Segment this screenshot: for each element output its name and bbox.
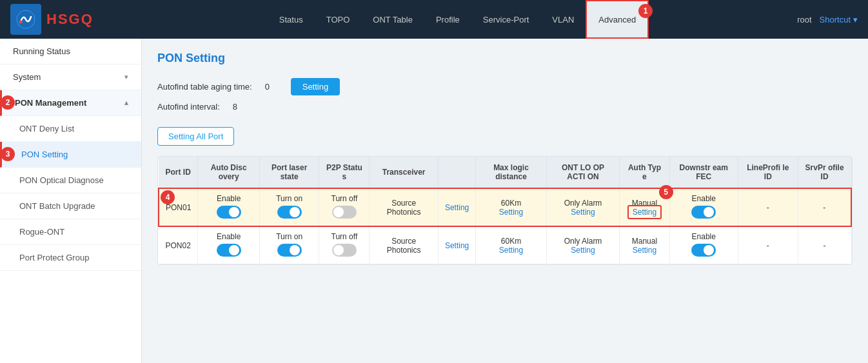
annotation-4: 4 bbox=[161, 190, 175, 204]
cell-downstream: Enable bbox=[669, 188, 738, 226]
logo-text: HSGQ bbox=[46, 11, 94, 28]
table-row: 4 PON01 Enable Turn on Turn off Source P… bbox=[159, 188, 851, 226]
cell-auth-type: Manual Setting bbox=[620, 226, 669, 264]
cell-loop-action: Only Alarm Setting bbox=[546, 226, 620, 264]
col-port-id: Port ID bbox=[159, 157, 198, 188]
cell-line-profile: - bbox=[738, 226, 798, 264]
max-logic-setting-link[interactable]: Setting bbox=[499, 246, 523, 255]
nav-vlan[interactable]: VLAN bbox=[540, 0, 586, 39]
autofind-aging-value: 0 bbox=[265, 82, 278, 92]
annotation-5: 5 bbox=[659, 185, 673, 199]
autofind-interval-label: Autofind interval: bbox=[157, 102, 220, 112]
auto-disc-toggle[interactable] bbox=[217, 244, 241, 257]
sidebar-item-ont-batch-upgrade[interactable]: ONT Batch Upgrade bbox=[0, 193, 141, 219]
downstream-toggle[interactable] bbox=[691, 244, 716, 257]
table-row: PON02 Enable Turn on Turn off Source Pho… bbox=[159, 226, 851, 264]
setting-button[interactable]: Setting bbox=[291, 78, 340, 95]
page-title: PON Setting bbox=[157, 52, 853, 65]
cell-transceiver: Source Photonics bbox=[370, 188, 438, 226]
nav-links: Status TOPO ONT Table Profile Service-Po… bbox=[119, 0, 797, 39]
annotation-3: 3 bbox=[1, 147, 15, 161]
sidebar-item-rogue-ont[interactable]: Rogue-ONT bbox=[0, 219, 141, 245]
cell-auto-disc: Enable bbox=[198, 188, 260, 226]
header: HSGQ Status TOPO ONT Table Profile Servi… bbox=[0, 0, 868, 39]
nav-topo[interactable]: TOPO bbox=[315, 0, 362, 39]
main-content: PON Setting Autofind table aging time: 0… bbox=[142, 39, 868, 363]
cell-line-profile: - bbox=[738, 188, 798, 226]
cell-loop-action: Only Alarm Setting bbox=[546, 188, 620, 226]
chevron-icon: ▾ bbox=[124, 73, 128, 81]
nav-ont-table[interactable]: ONT Table bbox=[361, 0, 424, 39]
logo-area: HSGQ bbox=[10, 4, 94, 35]
sidebar-item-system[interactable]: System ▾ bbox=[0, 64, 141, 90]
annotation-1: 1 bbox=[638, 4, 653, 18]
table-header-row: Port ID Auto Disc overy Port laser state… bbox=[159, 157, 851, 188]
auto-disc-toggle[interactable] bbox=[217, 206, 241, 219]
nav-service-port[interactable]: Service-Port bbox=[471, 0, 541, 39]
autofind-interval-value: 8 bbox=[233, 102, 246, 112]
shortcut-link[interactable]: Shortcut ▾ bbox=[820, 15, 858, 25]
cell-p2p: Turn off bbox=[319, 226, 370, 264]
nav-status[interactable]: Status bbox=[268, 0, 315, 39]
cell-p2p: Turn off bbox=[319, 188, 370, 226]
col-max-logic: Max logic distance bbox=[476, 157, 546, 188]
col-auto-disc: Auto Disc overy bbox=[198, 157, 260, 188]
cell-transceiver: Source Photonics bbox=[370, 226, 438, 264]
header-right: root Shortcut ▾ bbox=[797, 15, 858, 25]
cell-srv-profile: - bbox=[798, 188, 851, 226]
col-srv-profile: SrvPr ofile ID bbox=[798, 157, 851, 188]
annotation-2: 2 bbox=[1, 95, 15, 110]
sidebar-item-pon-optical-diagnose[interactable]: PON Optical Diagnose bbox=[0, 168, 141, 193]
nav-advanced[interactable]: Advanced bbox=[586, 0, 649, 39]
loop-setting-link[interactable]: Setting bbox=[571, 208, 595, 217]
logo-icon bbox=[10, 4, 41, 35]
chevron-icon: ▴ bbox=[124, 99, 128, 107]
col-transceiver-action bbox=[438, 157, 475, 188]
cell-auth-type: Manual Setting 5 bbox=[620, 188, 669, 226]
autofind-aging-row: Autofind table aging time: 0 Setting bbox=[157, 78, 853, 95]
cell-port-id: PON02 bbox=[159, 226, 198, 264]
p2p-toggle[interactable] bbox=[332, 244, 357, 257]
col-p2p: P2P Statu s bbox=[319, 157, 370, 188]
downstream-toggle[interactable] bbox=[691, 206, 716, 219]
col-line-profile: LineProfi le ID bbox=[738, 157, 798, 188]
nav-profile[interactable]: Profile bbox=[424, 0, 471, 39]
cell-port-laser: Turn on bbox=[259, 188, 319, 226]
sidebar-item-port-protect-group[interactable]: Port Protect Group bbox=[0, 245, 141, 271]
header-user: root bbox=[797, 15, 811, 25]
sidebar-item-pon-setting[interactable]: PON Setting 3 bbox=[0, 142, 141, 168]
chevron-down-icon: ▾ bbox=[853, 15, 858, 25]
cell-srv-profile: - bbox=[798, 226, 851, 264]
sidebar-item-pon-management[interactable]: PON Management ▴ 2 bbox=[0, 90, 141, 116]
port-laser-toggle[interactable] bbox=[277, 244, 302, 257]
sidebar-item-ont-deny-list[interactable]: ONT Deny List bbox=[0, 116, 141, 142]
autofind-aging-label: Autofind table aging time: bbox=[157, 82, 252, 92]
sidebar: Running Status System ▾ PON Management ▴… bbox=[0, 39, 142, 363]
cell-transceiver-setting[interactable]: Setting bbox=[438, 188, 475, 226]
loop-setting-link[interactable]: Setting bbox=[571, 246, 595, 255]
cell-max-logic: 60Km Setting bbox=[476, 188, 546, 226]
max-logic-setting-link[interactable]: Setting bbox=[499, 208, 523, 217]
col-auth-type: Auth Typ e bbox=[620, 157, 669, 188]
autofind-interval-row: Autofind interval: 8 bbox=[157, 102, 853, 112]
auth-setting-link[interactable]: Setting bbox=[633, 246, 656, 255]
col-transceiver: Transceiver bbox=[370, 157, 438, 188]
col-port-laser: Port laser state bbox=[259, 157, 319, 188]
port-laser-toggle[interactable] bbox=[277, 206, 302, 219]
cell-max-logic: 60Km Setting bbox=[476, 226, 546, 264]
svg-point-1 bbox=[19, 21, 23, 24]
p2p-toggle[interactable] bbox=[332, 206, 357, 219]
sidebar-item-running-status[interactable]: Running Status bbox=[0, 39, 141, 64]
cell-port-laser: Turn on bbox=[259, 226, 319, 264]
cell-port-id: 4 PON01 bbox=[159, 188, 198, 226]
col-loop-action: ONT LO OP ACTI ON bbox=[546, 157, 620, 188]
cell-auto-disc: Enable bbox=[198, 226, 260, 264]
col-downstream: Downstr eam FEC bbox=[669, 157, 738, 188]
layout: Running Status System ▾ PON Management ▴… bbox=[0, 39, 868, 363]
pon-table: Port ID Auto Disc overy Port laser state… bbox=[157, 156, 853, 265]
setting-all-port-button[interactable]: Setting All Port bbox=[157, 127, 234, 146]
cell-downstream: Enable bbox=[669, 226, 738, 264]
auth-setting-link[interactable]: Setting 5 bbox=[627, 205, 662, 219]
cell-transceiver-setting[interactable]: Setting bbox=[438, 226, 475, 264]
